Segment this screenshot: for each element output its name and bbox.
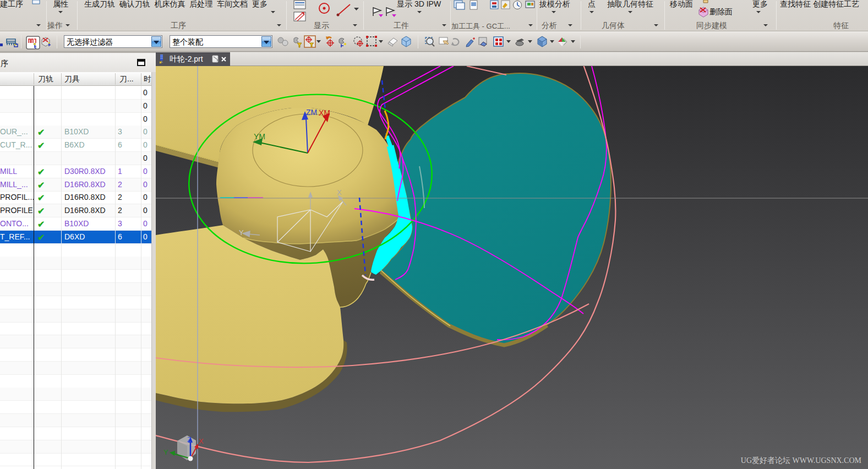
- svg-text:YM: YM: [254, 132, 265, 141]
- svg-text:Y: Y: [239, 228, 244, 237]
- svg-text:Z: Z: [187, 435, 192, 444]
- svg-text:X: X: [199, 437, 204, 445]
- svg-text:UG爱好者论坛 WWW.UGSNX.COM: UG爱好者论坛 WWW.UGSNX.COM: [741, 456, 862, 465]
- svg-text:XM: XM: [319, 108, 330, 117]
- svg-text:Y: Y: [163, 448, 168, 456]
- svg-text:ZM: ZM: [306, 108, 317, 117]
- svg-text:X: X: [337, 188, 342, 197]
